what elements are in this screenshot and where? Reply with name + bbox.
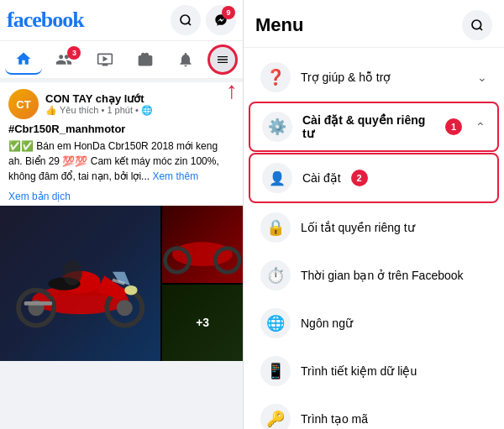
menu-item-privacy[interactable]: 🔒 Lối tắt quyền riêng tư: [249, 204, 499, 251]
help-icon: ❓: [260, 62, 291, 92]
left-panel: facebook 9 3: [0, 0, 244, 429]
svg-line-20: [480, 28, 482, 30]
left-header: facebook 9: [0, 0, 243, 41]
menu-item-help[interactable]: ❓ Trợ giúp & hỗ trợ ⌄: [249, 54, 499, 101]
menu-item-time[interactable]: ⏱️ Thời gian bạn ở trên Facebook: [249, 252, 499, 299]
help-chevron: ⌄: [477, 71, 487, 84]
menu-item-language[interactable]: 🌐 Ngôn ngữ: [249, 300, 499, 347]
friends-badge: 3: [67, 46, 81, 60]
see-more-link[interactable]: Xem thêm: [152, 170, 198, 182]
nav-bar-wrapper: 3 ↑: [0, 41, 243, 79]
nav-notifications[interactable]: [167, 44, 204, 75]
nav-friends[interactable]: 3: [45, 44, 82, 75]
post-card: CT CON TAY chạy lướt 👍 Yêu thích • 1 phú…: [0, 82, 243, 361]
post-time: 👍 Yêu thích • 1 phút • 🌐: [45, 105, 234, 116]
settings-icon: ⚙️: [262, 112, 292, 142]
datasaver-icon: 📱: [260, 356, 291, 386]
svg-point-4: [117, 300, 133, 316]
thumb-overlay: +3: [162, 285, 243, 362]
time-icon: ⏱️: [260, 260, 291, 290]
help-label: Trợ giúp & hỗ trợ: [301, 71, 467, 84]
svg-rect-14: [24, 301, 52, 306]
messenger-button[interactable]: 9: [206, 5, 236, 35]
time-label: Thời gian bạn ở trên Facebook: [301, 269, 487, 282]
codegen-icon: 🔑: [260, 404, 291, 429]
menu-title: Menu: [255, 14, 303, 36]
menu-item-codegen[interactable]: 🔑 Trình tạo mã: [249, 395, 499, 429]
svg-point-15: [63, 259, 82, 285]
svg-point-12: [124, 285, 137, 294]
settings-user-icon: 👤: [262, 163, 292, 193]
post-header: CT CON TAY chạy lướt 👍 Yêu thích • 1 phú…: [0, 82, 243, 123]
feed-area: CT CON TAY chạy lướt 👍 Yêu thích • 1 phú…: [0, 79, 243, 429]
codegen-label: Trình tạo mã: [301, 412, 487, 426]
menu-button[interactable]: [207, 44, 238, 75]
language-icon: 🌐: [260, 308, 291, 338]
menu-item-datasaver[interactable]: 📱 Trình tiết kiệm dữ liệu: [249, 348, 499, 395]
avatar: CT: [8, 89, 39, 119]
translate-link[interactable]: Xem bản dịch: [0, 187, 243, 206]
menu-header: Menu: [244, 0, 504, 48]
svg-point-0: [181, 15, 190, 24]
thumb-1: [162, 206, 243, 283]
nav-home[interactable]: [5, 44, 42, 75]
nav-bar: 3: [0, 41, 243, 79]
facebook-logo: facebook: [7, 8, 84, 33]
post-text: ✅✅ Bán em HonDa Cbr150R 2018 mới keng ah…: [0, 139, 243, 187]
settings-badge: 1: [445, 118, 462, 135]
settings-sub-badge: 2: [351, 170, 368, 186]
nav-marketplace[interactable]: [127, 44, 164, 75]
thumb-2: +3: [162, 285, 243, 362]
svg-line-1: [188, 23, 191, 25]
settings-label: Cài đặt: [302, 171, 341, 185]
header-icons: 9: [171, 5, 236, 35]
red-arrow: ↑: [226, 79, 238, 102]
svg-point-16: [172, 242, 233, 266]
datasaver-label: Trình tiết kiệm dữ liệu: [301, 364, 487, 378]
post-author: CON TAY chạy lướt: [45, 92, 234, 105]
privacy-label: Lối tắt quyền riêng tư: [301, 221, 487, 234]
search-button[interactable]: [171, 5, 201, 35]
settings-sub-item[interactable]: 👤 Cài đặt 2: [249, 153, 499, 203]
settings-arrow-up: ⌃: [475, 120, 486, 133]
language-label: Ngôn ngữ: [301, 317, 487, 330]
thumbnail-images: +3: [162, 206, 243, 361]
right-panel: Menu ❓ Trợ giúp & hỗ trợ ⌄ ⚙️ Cài đặt & …: [244, 0, 504, 429]
menu-search-button[interactable]: [462, 10, 492, 40]
privacy-icon: 🔒: [260, 212, 291, 243]
messenger-badge: 9: [222, 6, 235, 19]
svg-point-19: [472, 20, 481, 29]
main-image: [0, 206, 160, 361]
settings-privacy-section[interactable]: ⚙️ Cài đặt & quyền riêng tư 1 ⌃: [249, 102, 499, 152]
settings-privacy-label: Cài đặt & quyền riêng tư: [302, 113, 435, 140]
post-title: #Cbr150R_manhmotor: [0, 123, 243, 139]
nav-watch[interactable]: [86, 44, 123, 75]
post-images: +3: [0, 206, 243, 361]
menu-list: ❓ Trợ giúp & hỗ trợ ⌄ ⚙️ Cài đặt & quyền…: [244, 48, 504, 429]
post-meta: CON TAY chạy lướt 👍 Yêu thích • 1 phút •…: [45, 92, 234, 116]
